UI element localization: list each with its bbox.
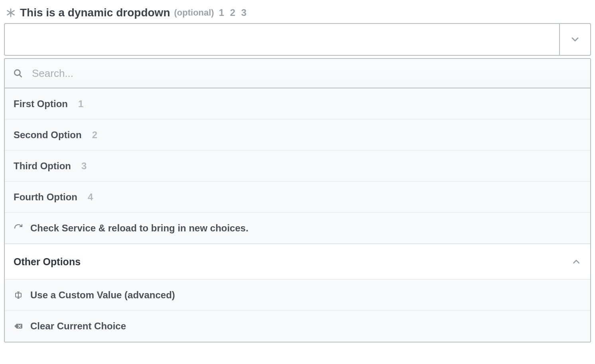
search-row bbox=[5, 59, 590, 88]
reload-label: Check Service & reload to bring in new c… bbox=[30, 223, 248, 234]
option-label: First Option bbox=[14, 98, 68, 110]
backspace-icon bbox=[14, 321, 23, 331]
dropdown-panel: First Option 1 Second Option 2 Third Opt… bbox=[4, 58, 591, 342]
option-label: Second Option bbox=[14, 129, 82, 141]
option-id: 2 bbox=[92, 129, 97, 141]
reload-icon bbox=[14, 223, 23, 233]
option-id: 4 bbox=[88, 192, 93, 203]
field-header: This is a dynamic dropdown (optional) 1 … bbox=[4, 4, 591, 23]
reload-choices-action[interactable]: Check Service & reload to bring in new c… bbox=[5, 213, 590, 244]
custom-value-label: Use a Custom Value (advanced) bbox=[30, 290, 175, 301]
svg-line-4 bbox=[19, 74, 21, 76]
chevron-down-icon bbox=[569, 34, 581, 45]
field-title: This is a dynamic dropdown bbox=[20, 6, 170, 19]
dropdown-caret-button[interactable] bbox=[559, 24, 590, 55]
option-item[interactable]: Second Option 2 bbox=[5, 119, 590, 151]
field-example-values: 1 2 3 bbox=[218, 7, 248, 18]
asterisk-icon bbox=[6, 8, 16, 18]
option-item[interactable]: Fourth Option 4 bbox=[5, 182, 590, 213]
dropdown-select[interactable] bbox=[4, 23, 591, 56]
clear-choice-action[interactable]: Clear Current Choice bbox=[5, 311, 590, 342]
dropdown-selected-value[interactable] bbox=[5, 24, 559, 55]
other-options-header[interactable]: Other Options bbox=[5, 244, 590, 280]
field-optional-label: (optional) bbox=[174, 8, 214, 18]
option-item[interactable]: Third Option 3 bbox=[5, 151, 590, 182]
search-input[interactable] bbox=[31, 67, 582, 80]
search-icon bbox=[13, 68, 23, 78]
chevron-up-icon bbox=[571, 256, 581, 267]
custom-value-icon bbox=[14, 290, 23, 300]
option-item[interactable]: First Option 1 bbox=[5, 88, 590, 119]
clear-choice-label: Clear Current Choice bbox=[30, 321, 126, 332]
option-label: Third Option bbox=[14, 160, 71, 172]
other-options-label: Other Options bbox=[14, 256, 81, 268]
custom-value-action[interactable]: Use a Custom Value (advanced) bbox=[5, 280, 590, 311]
option-label: Fourth Option bbox=[14, 192, 77, 203]
option-id: 3 bbox=[81, 160, 87, 172]
option-id: 1 bbox=[78, 98, 83, 110]
